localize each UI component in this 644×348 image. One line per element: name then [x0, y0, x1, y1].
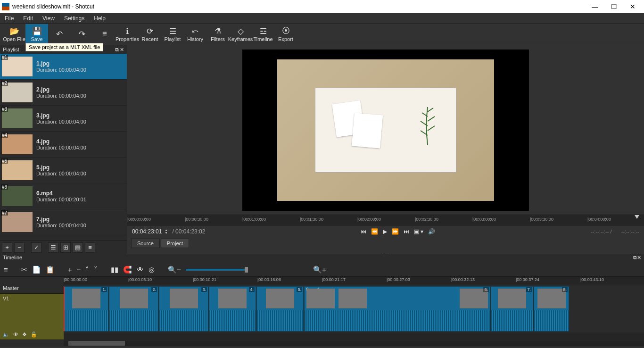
menu-edit[interactable]: Edit — [18, 14, 38, 23]
timeline-popout-icon[interactable]: ⧉ — [633, 255, 637, 262]
tl-cut-button[interactable]: ✂ — [21, 265, 27, 274]
playlist-item[interactable]: #44.jpgDuration: 00:00:04:00 — [0, 132, 127, 157]
minimize-button[interactable]: — — [586, 3, 604, 10]
properties-icon: ℹ — [126, 26, 129, 36]
tl-paste-button[interactable]: 📋 — [46, 265, 55, 274]
timeline-clip[interactable]: 2. — [109, 286, 158, 331]
timeline-clip[interactable]: 6.mp46. — [304, 286, 490, 331]
timeline-toolbar: ≡ ✂ 📄 📋 + − ˄ ˅ ▮▮ 🧲 👁 ◎ 🔍− 🔍+ — [0, 263, 644, 277]
time-current[interactable]: 00:04:23:01 — [132, 228, 162, 235]
play-button[interactable]: ▶ — [383, 228, 387, 235]
tl-down-button[interactable]: ˅ — [94, 265, 98, 274]
item-name: 6.mp4 — [36, 190, 86, 197]
keyframes-button[interactable]: ◇Keyframes — [229, 24, 252, 45]
history-button[interactable]: ⤺History — [184, 24, 206, 45]
undo-button[interactable]: ↶ — [48, 24, 71, 45]
playlist-view-list-button[interactable]: ☰ — [48, 242, 58, 253]
playlist-add-button[interactable]: + — [2, 242, 12, 253]
menu-help[interactable]: Help — [89, 14, 110, 23]
tl-zoomin-button[interactable]: 🔍+ — [313, 265, 326, 274]
open-file-button[interactable]: 📂Open File — [3, 24, 25, 45]
time-spinner[interactable]: ▲▼ — [165, 229, 169, 234]
tl-ripple-button[interactable]: ◎ — [149, 265, 155, 274]
playlist-item[interactable]: #77.jpgDuration: 00:00:04:00 — [0, 209, 127, 235]
timeline-clip[interactable]: 5. — [256, 286, 304, 331]
timeline-panel: Timeline ⧉ ✕ ≡ ✂ 📄 📋 + − ˄ ˅ ▮▮ 🧲 👁 ◎ 🔍−… — [0, 254, 644, 347]
tl-scrub-button[interactable]: 👁 — [137, 265, 144, 273]
item-name: 5.jpg — [36, 164, 86, 171]
rewind-button[interactable]: ⏪ — [371, 228, 378, 235]
playlist-view-detail-button[interactable]: ▤ — [73, 242, 83, 253]
timeline-clip[interactable]: 4. — [209, 286, 256, 331]
track-lock-icon[interactable]: 🔓 — [31, 331, 37, 338]
peak-button[interactable]: ≡ — [93, 24, 116, 45]
panel-popout-icon[interactable]: ⧉ — [115, 47, 119, 53]
playlist-button[interactable]: ☰Playlist — [161, 24, 184, 45]
playlist-view-grid-button[interactable]: ⊞ — [60, 242, 71, 253]
track-composite-icon[interactable]: ❖ — [22, 331, 27, 338]
menu-settings[interactable]: Settings — [59, 14, 89, 23]
playlist-item[interactable]: #22.jpgDuration: 00:00:04:00 — [0, 80, 127, 106]
panel-close-icon[interactable]: ✕ — [120, 47, 124, 53]
preview-ruler[interactable]: |00;00;00;00|00;00;30;00|00;01;00;00|00;… — [127, 215, 644, 226]
volume-icon[interactable]: 🔊 — [428, 228, 435, 235]
resize-handle[interactable]: ...... — [127, 249, 644, 254]
save-button[interactable]: 💾SaveSave project as a MLT XML file — [25, 24, 48, 45]
menu-view[interactable]: View — [38, 14, 59, 23]
tl-menu-button[interactable]: ≡ — [4, 265, 8, 273]
timeline-clip[interactable]: 8. — [534, 286, 569, 331]
zoom-fit-button[interactable]: ▣ ▾ — [414, 228, 423, 235]
playlist-item[interactable]: #33.jpgDuration: 00:00:04:00 — [0, 106, 127, 132]
tl-snap-button[interactable]: 🧲 — [123, 265, 132, 274]
maximize-button[interactable]: ☐ — [604, 3, 623, 10]
timeline-tracks[interactable]: |00:00:00:00|00:00:05:10|00:00:10:21|00:… — [64, 277, 644, 340]
properties-button[interactable]: ℹProperties — [116, 24, 139, 45]
tl-zoomout-button[interactable]: 🔍− — [168, 265, 181, 274]
playlist-view-menu-button[interactable]: ≡ — [85, 242, 95, 253]
preview-area[interactable] — [127, 45, 644, 215]
playlist-items[interactable]: #11.jpgDuration: 00:00:04:00#22.jpgDurat… — [0, 54, 127, 240]
recent-button[interactable]: ⟳Recent — [139, 24, 161, 45]
menu-file[interactable]: File — [0, 14, 18, 23]
tl-up-button[interactable]: ˄ — [85, 265, 89, 274]
tl-split-button[interactable]: ▮▮ — [111, 265, 118, 274]
playlist-item[interactable]: #55.jpgDuration: 00:00:04:00 — [0, 157, 127, 183]
forward-button[interactable]: ⏩ — [392, 228, 399, 235]
timeline-trackheads: Master V1 🔈 👁 ❖ 🔓 — [0, 277, 64, 340]
skip-end-button[interactable]: ⏭ — [404, 228, 409, 235]
track-mute-icon[interactable]: 🔈 — [3, 331, 9, 338]
playlist-item[interactable]: #66.mp4Duration: 00:00:20:01 — [0, 183, 127, 209]
tab-project[interactable]: Project — [161, 239, 189, 248]
playlist-item[interactable]: #11.jpgDuration: 00:00:04:00 — [0, 54, 127, 80]
keyframes-icon: ◇ — [238, 26, 244, 36]
close-button[interactable]: ✕ — [623, 3, 642, 10]
recent-icon: ⟳ — [147, 26, 153, 36]
playlist-check-button[interactable]: ✓ — [31, 242, 41, 253]
track-hide-icon[interactable]: 👁 — [13, 331, 18, 338]
tl-zoom-slider[interactable] — [186, 269, 247, 271]
tl-add-button[interactable]: + — [68, 265, 72, 273]
playlist-remove-button[interactable]: − — [14, 242, 25, 253]
titlebar: weekend slideshow.mlt - Shotcut — ☐ ✕ — [0, 0, 644, 13]
timeline-clip[interactable]: 1. — [64, 286, 108, 331]
track-head-master[interactable]: Master — [0, 284, 64, 294]
timeline-body: Master V1 🔈 👁 ❖ 🔓 |00:00:00:00|00:00:05:… — [0, 277, 644, 340]
export-button[interactable]: ⦿Export — [274, 24, 297, 45]
timeline-ruler[interactable]: |00:00:00:00|00:00:05:10|00:00:10:21|00:… — [64, 277, 644, 284]
timeline-clip[interactable]: 7. — [491, 286, 533, 331]
tab-source[interactable]: Source — [131, 239, 160, 248]
skip-start-button[interactable]: ⏮ — [361, 228, 366, 235]
timeline-scrollbar[interactable] — [0, 340, 644, 347]
timeline-close-icon[interactable]: ✕ — [637, 255, 641, 262]
tl-remove-button[interactable]: − — [77, 265, 81, 273]
filters-button[interactable]: ⚗Filters — [206, 24, 229, 45]
redo-button[interactable]: ↷ — [71, 24, 93, 45]
timeline-button[interactable]: ☲Timeline — [252, 24, 274, 45]
track-head-v1[interactable]: V1 🔈 👁 ❖ 🔓 — [0, 294, 64, 340]
item-duration: Duration: 00:00:04:00 — [36, 67, 86, 73]
tl-ruler-tick: |00:00:37:24 — [516, 277, 539, 282]
timeline-clip[interactable]: 3. — [159, 286, 208, 331]
tl-copy-button[interactable]: 📄 — [32, 265, 41, 274]
timeline-track-v1[interactable]: 1.2.3.4.5.6.mp46.7.8. — [64, 286, 644, 332]
item-duration: Duration: 00:00:20:01 — [36, 197, 86, 202]
